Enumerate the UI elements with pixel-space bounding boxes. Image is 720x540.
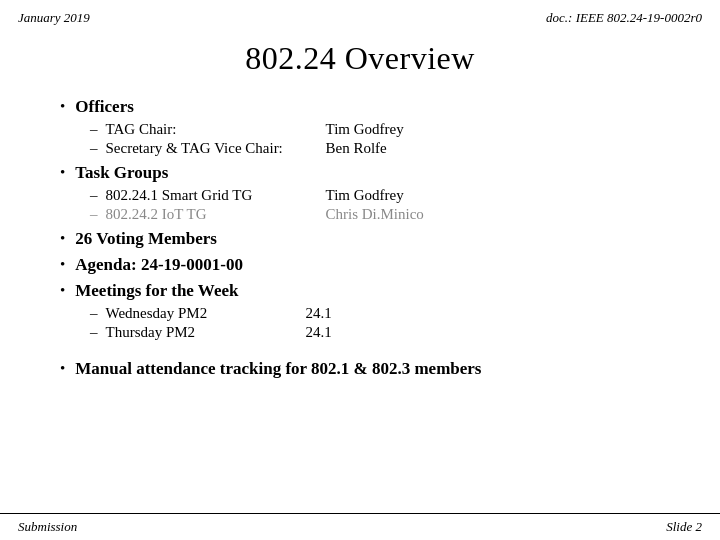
iot-tg-label: 802.24.2 IoT TG — [106, 206, 326, 223]
manual-attendance-section: • Manual attendance tracking for 802.1 &… — [60, 359, 670, 379]
thursday-label: Thursday PM2 — [106, 324, 306, 341]
bullet-icon: • — [60, 98, 65, 115]
officers-sub-items: – TAG Chair: Tim Godfrey – Secretary & T… — [90, 121, 670, 157]
dash-icon: – — [90, 121, 98, 138]
list-item: – TAG Chair: Tim Godfrey — [90, 121, 670, 138]
list-item: – Thursday PM2 24.1 — [90, 324, 670, 341]
task-groups-sub-items: – 802.24.1 Smart Grid TG Tim Godfrey – 8… — [90, 187, 670, 223]
thursday-value: 24.1 — [306, 324, 332, 341]
bullet-icon: • — [60, 256, 65, 273]
meetings-label: Meetings for the Week — [75, 281, 238, 301]
content-area: • Officers – TAG Chair: Tim Godfrey – Se… — [0, 97, 720, 379]
header-right: doc.: IEEE 802.24-19-0002r0 — [546, 10, 702, 26]
voting-members-label: 26 Voting Members — [75, 229, 217, 249]
smart-grid-value: Tim Godfrey — [326, 187, 404, 204]
bullet-icon: • — [60, 164, 65, 181]
manual-attendance-text: Manual attendance tracking for 802.1 & 8… — [75, 359, 481, 379]
secretary-label: Secretary & TAG Vice Chair: — [106, 140, 326, 157]
wednesday-value: 24.1 — [306, 305, 332, 322]
wednesday-label: Wednesday PM2 — [106, 305, 306, 322]
bullet-icon: • — [60, 282, 65, 299]
agenda-section: • Agenda: 24-19-0001-00 — [60, 255, 670, 275]
task-groups-label: Task Groups — [75, 163, 168, 183]
header-left: January 2019 — [18, 10, 90, 26]
list-item: – 802.24.1 Smart Grid TG Tim Godfrey — [90, 187, 670, 204]
dash-icon: – — [90, 206, 98, 223]
meetings-sub-items: – Wednesday PM2 24.1 – Thursday PM2 24.1 — [90, 305, 670, 341]
footer: Submission Slide 2 — [0, 513, 720, 540]
officers-section: • Officers – TAG Chair: Tim Godfrey – Se… — [60, 97, 670, 157]
officers-label: Officers — [75, 97, 134, 117]
list-item: – Secretary & TAG Vice Chair: Ben Rolfe — [90, 140, 670, 157]
agenda-label: Agenda: 24-19-0001-00 — [75, 255, 243, 275]
tag-chair-label: TAG Chair: — [106, 121, 326, 138]
dash-icon: – — [90, 187, 98, 204]
smart-grid-label: 802.24.1 Smart Grid TG — [106, 187, 326, 204]
bullet-icon: • — [60, 360, 65, 377]
dash-icon: – — [90, 324, 98, 341]
footer-left: Submission — [18, 519, 77, 535]
bullet-icon: • — [60, 230, 65, 247]
page-title: 802.24 Overview — [0, 40, 720, 77]
secretary-value: Ben Rolfe — [326, 140, 387, 157]
task-groups-section: • Task Groups – 802.24.1 Smart Grid TG T… — [60, 163, 670, 223]
dash-icon: – — [90, 140, 98, 157]
list-item: – 802.24.2 IoT TG Chris Di.Minico — [90, 206, 670, 223]
iot-tg-value: Chris Di.Minico — [326, 206, 424, 223]
dash-icon: – — [90, 305, 98, 322]
voting-members-section: • 26 Voting Members — [60, 229, 670, 249]
tag-chair-value: Tim Godfrey — [326, 121, 404, 138]
meetings-section: • Meetings for the Week – Wednesday PM2 … — [60, 281, 670, 341]
footer-right: Slide 2 — [666, 519, 702, 535]
list-item: – Wednesday PM2 24.1 — [90, 305, 670, 322]
